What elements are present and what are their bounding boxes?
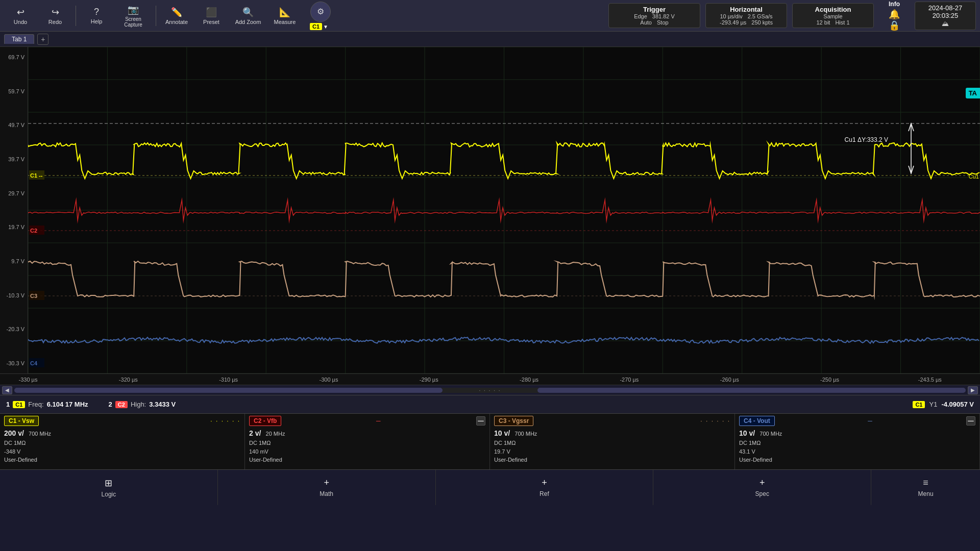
x-label-3: -300 µs <box>319 377 338 383</box>
zoom-icon: 🔍 <box>242 7 254 18</box>
scroll-left-button[interactable]: ◀ <box>2 386 12 394</box>
oscilloscope-canvas[interactable] <box>28 47 980 373</box>
date-display: 2024-08-27 <box>928 4 963 12</box>
camera-icon: 📷 <box>128 4 139 15</box>
measurements-bar: 1 C1 Freq: 6.104 17 MHz 2 C2 High: 3.343… <box>0 395 980 413</box>
ch-dots-1: · · · · · · <box>210 417 240 424</box>
acquisition-title: Acquisition <box>815 6 851 13</box>
annotate-icon: ✏️ <box>171 7 182 18</box>
add-tab-button[interactable]: + <box>37 34 48 45</box>
redo-button[interactable]: ↪ Redo <box>39 2 71 30</box>
channel-panel-3: C3 - Vgssr · · · · · · 10 v/ 700 MHz DC … <box>490 414 735 469</box>
channel-selector: ⚙ C1 ▼ <box>307 2 331 30</box>
toolbar-separator-2 <box>156 6 156 26</box>
y-label-4: 29.7 V <box>8 190 24 196</box>
ref-icon: + <box>542 478 547 488</box>
menu-button[interactable]: ≡ Menu <box>871 470 980 505</box>
logic-icon: ⊞ <box>105 478 112 489</box>
y-label-0: 69.7 V <box>8 54 24 60</box>
x-label-0: -330 µs <box>19 377 38 383</box>
trigger-title: Trigger <box>643 6 666 13</box>
menu-icon: ≡ <box>923 478 928 488</box>
toolbar-separator-1 <box>76 6 76 26</box>
ch-dots-3: · · · · · · <box>700 417 730 424</box>
ch-minus-4[interactable]: ─ <box>966 416 975 425</box>
x-label-7: -260 µs <box>720 377 739 383</box>
spec-icon: + <box>760 478 765 488</box>
bell-icon[interactable]: 🔔 <box>889 9 900 20</box>
y-label-8: -20.3 V <box>7 326 24 332</box>
add-zoom-button[interactable]: 🔍 Add Zoom <box>230 2 266 30</box>
redo-icon: ↪ <box>52 7 59 18</box>
acquisition-section: Acquisition Sample 12 bit Hist 1 <box>792 3 874 28</box>
ch-dots-4: ─ <box>868 417 873 424</box>
horizontal-sample-rate: 2.5 GSa/s <box>748 13 773 19</box>
time-display: 20:03:25 <box>933 12 959 19</box>
screen-capture-button[interactable]: 📷 ScreenCapture <box>115 2 152 30</box>
c1-dropdown-arrow[interactable]: ▼ <box>323 24 328 30</box>
channel-panel-4: C4 - Vout ─ ─ 10 v/ 700 MHz DC 1MΩ 43.1 … <box>735 414 980 469</box>
measurement-1: 1 C1 Freq: 6.104 17 MHz <box>6 400 88 408</box>
spec-button[interactable]: + Spec <box>653 470 871 505</box>
undo-icon: ↩ <box>17 7 24 18</box>
trigger-stop: Stop <box>657 19 669 26</box>
settings-icon[interactable]: ⛰ <box>942 19 949 28</box>
measurement-2: 2 C2 High: 3.3433 V <box>109 400 176 408</box>
scroll-right-button[interactable]: ▶ <box>968 386 978 394</box>
horizontal-section: Horizontal 10 µs/div 2.5 GSa/s -293.49 µ… <box>705 3 787 28</box>
scroll-thumb-right <box>537 388 966 393</box>
cu1-annotation: Cu1 ΔY:333.2 V <box>845 136 888 143</box>
ch-dots-2: ─ <box>376 417 382 424</box>
ch-name-badge-1[interactable]: C1 - Vsw <box>4 416 39 426</box>
ch-name-badge-4[interactable]: C4 - Vout <box>739 416 775 426</box>
x-label-5: -280 µs <box>520 377 538 383</box>
math-icon: + <box>324 478 329 488</box>
tabbar: Tab 1 + <box>0 32 980 47</box>
trigger-auto: Auto <box>640 19 652 26</box>
y-label-2: 49.7 V <box>8 122 24 128</box>
lock-icon[interactable]: 🔒 <box>889 20 900 31</box>
math-button[interactable]: + Math <box>218 470 436 505</box>
scope-area: 69.7 V59.7 V49.7 V39.7 V29.7 V19.7 V9.7 … <box>0 47 980 373</box>
bottom-toolbar: ⊞ Logic + Math + Ref + Spec ≡ Menu <box>0 469 980 505</box>
ch-name-badge-3[interactable]: C3 - Vgssr <box>494 416 533 426</box>
c1-badge: C1 <box>310 23 322 30</box>
gear-button[interactable]: ⚙ <box>310 2 331 22</box>
x-label-6: -270 µs <box>620 377 639 383</box>
y-label-7: -10.3 V <box>7 292 24 298</box>
ch-name-badge-2[interactable]: C2 - Vfb <box>249 416 281 426</box>
cu1-right-label: Cu1 <box>969 173 979 180</box>
channel-panels: C1 - Vsw · · · · · · 200 v/ 700 MHz DC 1… <box>0 413 980 469</box>
x-label-4: -290 µs <box>420 377 438 383</box>
y-label-1: 59.7 V <box>8 88 24 94</box>
annotate-button[interactable]: ✏️ Annotate <box>160 2 193 30</box>
x-label-8: -250 µs <box>820 377 839 383</box>
acquisition-mode: Sample <box>823 13 842 19</box>
x-label-2: -310 µs <box>219 377 238 383</box>
measure-button[interactable]: 📐 Measure <box>268 2 301 30</box>
channel-panel-2: C2 - Vfb ─ ─ 2 v/ 20 MHz DC 1MΩ 140 mV U… <box>245 414 490 469</box>
help-icon: ? <box>94 7 99 17</box>
acquisition-hist: Hist 1 <box>835 19 849 26</box>
y-label-6: 9.7 V <box>11 258 24 264</box>
y1-section: C1 Y1 -4.09057 V <box>913 400 974 408</box>
help-button[interactable]: ? Help <box>80 2 113 30</box>
horizontal-offset: -293.49 µs <box>720 19 746 26</box>
undo-button[interactable]: ↩ Undo <box>4 2 37 30</box>
tab-1[interactable]: Tab 1 <box>4 34 34 44</box>
ref-button[interactable]: + Ref <box>436 470 654 505</box>
logic-button[interactable]: ⊞ Logic <box>0 470 218 505</box>
scroll-track[interactable]: · · · · · <box>14 388 966 393</box>
ta-badge[interactable]: TA <box>966 88 980 98</box>
scrollbar-area: ◀ · · · · · ▶ <box>0 385 980 395</box>
preset-button[interactable]: ⬛ Preset <box>195 2 228 30</box>
x-label-1: -320 µs <box>119 377 138 383</box>
waveform-area[interactable]: TA Cu1 ΔY:333.2 V Cu1 <box>28 47 980 373</box>
trigger-section: Trigger Edge 381.82 V Auto Stop <box>608 3 700 28</box>
scroll-thumb-left <box>14 388 443 393</box>
horizontal-kpts: 250 kpts <box>751 19 773 26</box>
channel-panel-1: C1 - Vsw · · · · · · 200 v/ 700 MHz DC 1… <box>0 414 245 469</box>
ch-minus-2[interactable]: ─ <box>476 416 485 425</box>
y-axis: 69.7 V59.7 V49.7 V39.7 V29.7 V19.7 V9.7 … <box>0 47 28 373</box>
toolbar: ↩ Undo ↪ Redo ? Help 📷 ScreenCapture ✏️ … <box>0 0 980 32</box>
